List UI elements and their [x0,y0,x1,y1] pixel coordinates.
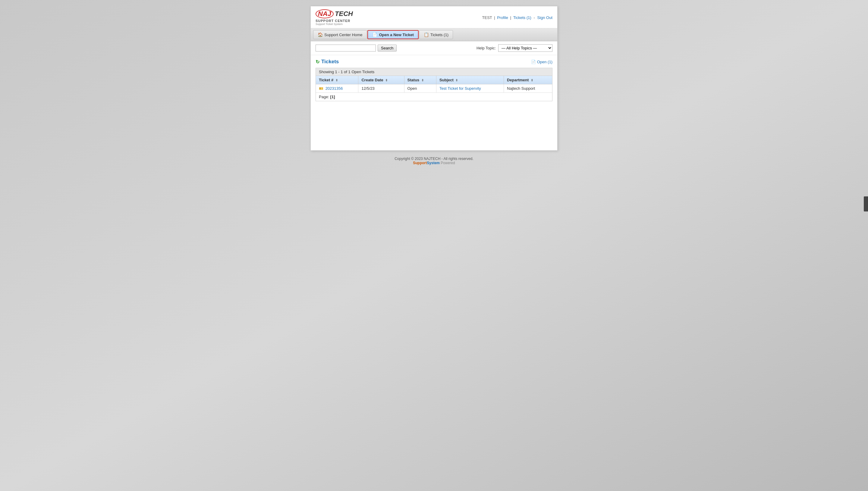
logo-tech: TECH [335,10,353,18]
brand-system: System [427,161,440,165]
nav-open-ticket-label: Open a New Ticket [379,32,414,37]
subject-link[interactable]: Test Ticket for Supervity [440,86,481,91]
search-input[interactable] [315,45,376,52]
tickets-table: Ticket # ⇕ Create Date ⇕ Status ⇕ [316,76,552,93]
sort-department: ⇕ [531,79,533,82]
showing-row: Showing 1 - 1 of 1 Open Tickets [316,68,552,76]
header-nav: TEST | Profile | Tickets (1) - Sign Out [482,16,553,20]
brand-support: Support [413,161,427,165]
col-status[interactable]: Status ⇕ [404,76,436,84]
logo-subtitle: Support Ticket System [315,23,343,26]
help-topic-select[interactable]: — All Help Topics — [498,44,553,52]
logo: NAJ TECH SUPPORT CENTER Support Ticket S… [315,9,353,26]
signout-link[interactable]: Sign Out [537,16,553,20]
sort-ticket-num: ⇕ [335,79,338,82]
nav-home[interactable]: 🏠 Support Center Home [313,30,367,39]
cell-subject: Test Ticket for Supervity [436,84,504,93]
home-icon: 🏠 [318,32,323,37]
sort-status: ⇕ [421,79,424,82]
nav-home-label: Support Center Home [324,32,362,37]
open-tickets-link[interactable]: 📄 Open (1) [531,60,553,64]
sort-create-date: ⇕ [385,79,388,82]
nav-bar: 🏠 Support Center Home 📄 Open a New Ticke… [311,28,557,41]
search-button[interactable]: Search [377,45,397,52]
col-create-date[interactable]: Create Date ⇕ [358,76,404,84]
tickets-heading: ↻ Tickets 📄 Open (1) [315,59,553,65]
cell-status: Open [404,84,436,93]
tickets-table-wrapper: Showing 1 - 1 of 1 Open Tickets Ticket #… [315,68,553,101]
refresh-icon[interactable]: ↻ [315,59,319,65]
open-link-label: Open (1) [537,60,553,64]
ticket-num-link[interactable]: 20231356 [326,86,343,91]
tickets-title-label: Tickets [321,59,339,65]
logo-support: SUPPORT CENTER [315,19,350,23]
ticket-row-icon: 🎫 [319,86,324,91]
nav-open-ticket[interactable]: 📄 Open a New Ticket [367,30,418,39]
footer: Copyright © 2023 NAJTECH - All rights re… [394,156,474,165]
page-label: Page: [319,94,329,99]
cell-ticket-num: 🎫 20231356 [316,84,358,93]
nav-tickets-label: Tickets (1) [430,32,448,37]
profile-link[interactable]: Profile [497,16,508,20]
copyright-text: Copyright © 2023 NAJTECH - All rights re… [394,156,474,161]
page-num: [1] [330,94,335,99]
logo-naj: NAJ [315,9,334,18]
separator-1: | [494,16,496,20]
tickets-nav-icon: 📋 [424,32,429,37]
col-subject[interactable]: Subject ⇕ [436,76,504,84]
document-icon: 📄 [531,60,536,64]
brand-powered: Powered [441,161,455,165]
footer-brand: SupportSystem Powered [394,161,474,165]
col-ticket-num[interactable]: Ticket # ⇕ [316,76,358,84]
search-bar: Search Help Topic: — All Help Topics — [311,41,557,55]
ticket-icon: 📄 [372,32,377,37]
cell-department: Najtech Support [504,84,552,93]
page-header: NAJ TECH SUPPORT CENTER Support Ticket S… [311,6,557,28]
table-row: 🎫 20231356 12/5/23 Open Test Ticket for … [316,84,552,93]
tickets-link[interactable]: Tickets (1) [513,16,531,20]
scrollbar[interactable] [864,196,868,211]
dash: - [533,16,536,20]
help-topic-label: Help Topic: [476,46,496,50]
content-area: ↻ Tickets 📄 Open (1) Showing 1 - 1 of 1 … [311,55,557,107]
showing-text: Showing 1 - 1 of 1 Open Tickets [319,69,374,74]
page-row: Page: [1] [316,93,552,101]
table-header-row: Ticket # ⇕ Create Date ⇕ Status ⇕ [316,76,552,84]
separator-2: | [510,16,512,20]
tickets-title: ↻ Tickets [315,59,339,65]
nav-tickets[interactable]: 📋 Tickets (1) [419,30,453,39]
col-department[interactable]: Department ⇕ [504,76,552,84]
user-label: TEST [482,16,492,20]
cell-create-date: 12/5/23 [358,84,404,93]
sort-subject: ⇕ [455,79,458,82]
